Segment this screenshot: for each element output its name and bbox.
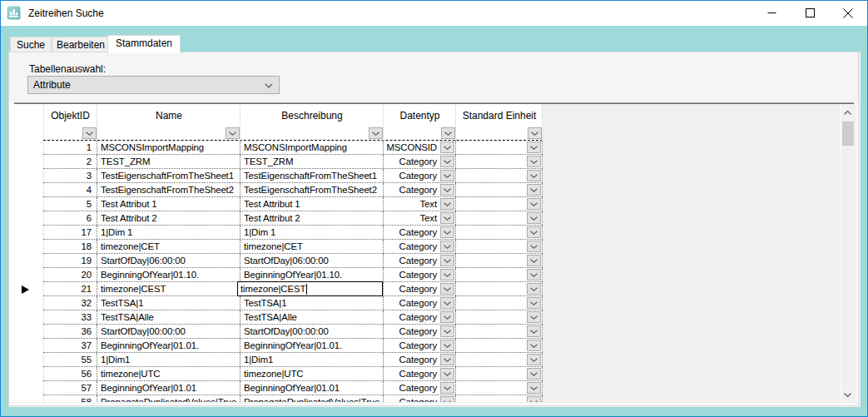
datentyp-dropdown[interactable] (440, 382, 454, 394)
minimize-button[interactable] (752, 1, 791, 26)
cell-beschreibung[interactable]: StartOfDay|00:00:00 (241, 325, 384, 338)
tab-suche[interactable]: Suche (10, 37, 52, 52)
einheit-dropdown[interactable] (527, 269, 541, 280)
datentyp-dropdown[interactable] (440, 184, 454, 196)
cell-objektid[interactable]: 56 (43, 367, 97, 380)
cell-name[interactable]: timezone|UTC (97, 367, 241, 380)
datentyp-dropdown[interactable] (440, 283, 454, 295)
column-header-einheit[interactable]: Standard Einheit (456, 104, 543, 127)
cell-objektid[interactable]: 33 (43, 310, 97, 324)
cell-name[interactable]: StartOfDay|06:00:00 (97, 254, 241, 267)
table-row[interactable]: 33TestTSA|AlleTestTSA|AlleCategory (43, 310, 543, 325)
datentyp-dropdown[interactable] (440, 325, 454, 337)
table-row[interactable]: 32TestTSA|1TestTSA|1Category (43, 296, 543, 310)
einheit-dropdown[interactable] (527, 382, 541, 394)
cell-edit-textbox[interactable]: timezone|CEST (237, 281, 383, 296)
table-row[interactable]: 551|Dim11|Dim1Category (43, 353, 543, 367)
einheit-dropdown[interactable] (527, 141, 541, 153)
table-row[interactable]: 4TestEigenschaftFromTheSheet2TestEigensc… (43, 183, 543, 197)
cell-beschreibung[interactable]: MSCONSImportMapping (241, 141, 384, 154)
scroll-down-arrow[interactable] (841, 388, 856, 402)
datentyp-dropdown[interactable] (440, 354, 454, 365)
filter-dropdown-id[interactable] (82, 127, 97, 139)
einheit-dropdown[interactable] (527, 226, 541, 238)
cell-name[interactable]: TestEigenschaftFromTheSheet1 (97, 169, 241, 182)
cell-name[interactable]: timezone|CET (97, 240, 241, 253)
datentyp-dropdown[interactable] (440, 396, 454, 402)
filter-dropdown-name[interactable] (226, 127, 240, 139)
tab-stammdaten[interactable]: Stammdaten (107, 35, 181, 53)
cell-objektid[interactable]: 2 (43, 155, 97, 168)
einheit-dropdown[interactable] (527, 325, 541, 337)
datentyp-dropdown[interactable] (440, 170, 454, 181)
scroll-up-arrow[interactable] (841, 106, 856, 120)
cell-name[interactable]: timezone|CEST (97, 282, 241, 295)
scrollbar-thumb[interactable] (842, 122, 854, 146)
table-row[interactable]: 6Test Attribut 2Test Attribut 2Text (43, 211, 543, 226)
cell-beschreibung[interactable]: 1|Dim1 (241, 353, 384, 366)
cell-beschreibung[interactable]: BeginningOfYear|01.10. (241, 268, 384, 281)
einheit-dropdown[interactable] (527, 340, 541, 351)
einheit-dropdown[interactable] (527, 156, 541, 167)
table-row[interactable]: 18timezone|CETtimezone|CETCategory (43, 240, 543, 254)
column-header-name[interactable]: Name (97, 104, 241, 127)
cell-objektid[interactable]: 37 (43, 339, 97, 352)
cell-beschreibung[interactable]: TestTSA|Alle (241, 310, 384, 324)
datentyp-dropdown[interactable] (440, 255, 454, 266)
table-row[interactable]: 2TEST_ZRMTEST_ZRMCategory (43, 155, 543, 169)
cell-name[interactable]: TestTSA|1 (97, 296, 241, 310)
cell-beschreibung[interactable]: TEST_ZRM (241, 155, 384, 168)
cell-beschreibung[interactable]: BeginningOfYear|01.01. (241, 339, 384, 352)
datentyp-dropdown[interactable] (440, 198, 454, 210)
table-row[interactable]: 20BeginningOfYear|01.10.BeginningOfYear|… (43, 268, 543, 282)
cell-beschreibung[interactable]: Test Attribut 1 (241, 197, 384, 211)
maximize-button[interactable] (791, 1, 829, 26)
cell-name[interactable]: TestTSA|Alle (97, 310, 241, 324)
cell-beschreibung[interactable]: TestTSA|1 (241, 296, 384, 310)
cell-name[interactable]: StartOfDay|00:00:00 (97, 325, 241, 338)
table-select-combobox[interactable]: Attribute (27, 76, 280, 94)
column-header-id[interactable]: ObjektID (43, 104, 97, 127)
datentyp-dropdown[interactable] (440, 269, 454, 280)
cell-beschreibung[interactable]: Test Attribut 2 (241, 211, 384, 225)
datentyp-dropdown[interactable] (440, 241, 454, 252)
datentyp-dropdown[interactable] (440, 226, 454, 238)
column-header-datentyp[interactable]: Datentyp (384, 104, 456, 127)
table-row[interactable]: 58PropagateDuplicatedValues|TruePropagat… (43, 395, 543, 402)
cell-beschreibung[interactable]: timezone|CET (241, 240, 384, 253)
cell-objektid[interactable]: 5 (43, 197, 97, 211)
cell-objektid[interactable]: 6 (43, 211, 97, 225)
cell-name[interactable]: TestEigenschaftFromTheSheet2 (97, 183, 241, 196)
cell-name[interactable]: Test Attribut 2 (97, 211, 241, 225)
einheit-dropdown[interactable] (527, 170, 541, 181)
table-row[interactable]: 37BeginningOfYear|01.01.BeginningOfYear|… (43, 339, 543, 353)
cell-name[interactable]: BeginningOfYear|01.01 (97, 381, 241, 395)
vertical-scrollbar[interactable] (841, 104, 855, 402)
cell-name[interactable]: MSCONSImportMapping (97, 141, 241, 154)
cell-objektid[interactable]: 36 (43, 325, 97, 338)
close-button[interactable] (829, 1, 867, 26)
table-row[interactable]: 3TestEigenschaftFromTheSheet1TestEigensc… (43, 169, 543, 183)
cell-objektid[interactable]: 3 (43, 169, 97, 182)
cell-objektid[interactable]: 18 (43, 240, 97, 253)
tab-bearbeiten[interactable]: Bearbeiten (52, 37, 110, 52)
table-row[interactable]: 19StartOfDay|06:00:00StartOfDay|06:00:00… (43, 254, 543, 268)
einheit-dropdown[interactable] (527, 354, 541, 365)
filter-dropdown-datentyp[interactable] (441, 127, 455, 139)
datentyp-dropdown[interactable] (440, 368, 454, 380)
column-header-beschreibung[interactable]: Beschreibung (241, 104, 384, 127)
datentyp-dropdown[interactable] (440, 212, 454, 224)
cell-objektid[interactable]: 32 (43, 296, 97, 310)
cell-name[interactable]: PropagateDuplicatedValues|True (97, 395, 241, 402)
cell-name[interactable]: BeginningOfYear|01.10. (97, 268, 241, 281)
cell-beschreibung[interactable]: BeginningOfYear|01.01 (241, 381, 384, 395)
einheit-dropdown[interactable] (527, 283, 541, 295)
table-row[interactable]: 1MSCONSImportMappingMSCONSImportMappingM… (43, 141, 543, 155)
cell-beschreibung[interactable]: TestEigenschaftFromTheSheet2 (241, 183, 384, 196)
cell-name[interactable]: BeginningOfYear|01.01. (97, 339, 241, 352)
filter-dropdown-einheit[interactable] (528, 127, 542, 139)
cell-objektid[interactable]: 58 (43, 395, 97, 402)
einheit-dropdown[interactable] (527, 198, 541, 210)
cell-name[interactable]: 1|Dim1 (97, 353, 241, 366)
cell-objektid[interactable]: 19 (43, 254, 97, 267)
